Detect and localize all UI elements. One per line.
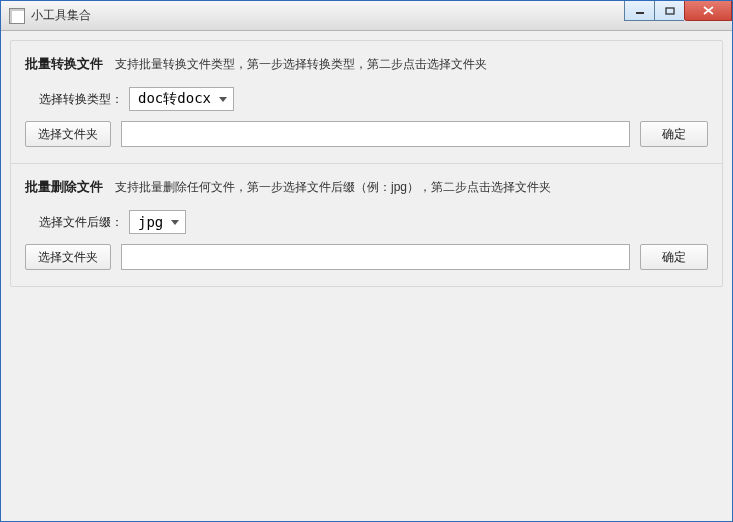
delete-confirm-button[interactable]: 确定 [640, 244, 708, 270]
convert-choose-folder-label: 选择文件夹 [38, 126, 98, 143]
delete-suffix-value: jpg [138, 214, 163, 230]
convert-confirm-button[interactable]: 确定 [640, 121, 708, 147]
section-batch-convert: 批量转换文件 支持批量转换文件类型，第一步选择转换类型，第二步点击选择文件夹 选… [11, 41, 722, 163]
content-panel: 批量转换文件 支持批量转换文件类型，第一步选择转换类型，第二步点击选择文件夹 选… [10, 40, 723, 287]
window-controls [624, 1, 732, 21]
delete-section-title: 批量删除文件 [25, 178, 103, 196]
window-title: 小工具集合 [31, 7, 91, 24]
client-area: 批量转换文件 支持批量转换文件类型，第一步选择转换类型，第二步点击选择文件夹 选… [1, 31, 732, 521]
convert-type-select[interactable]: doc转docx [129, 87, 234, 111]
convert-choose-folder-button[interactable]: 选择文件夹 [25, 121, 111, 147]
convert-section-title: 批量转换文件 [25, 55, 103, 73]
convert-confirm-label: 确定 [662, 126, 686, 143]
convert-type-value: doc转docx [138, 90, 211, 108]
maximize-icon [665, 7, 675, 15]
minimize-icon [635, 7, 645, 15]
delete-folder-path-input[interactable] [121, 244, 630, 270]
chevron-down-icon [219, 97, 227, 102]
convert-type-label: 选择转换类型： [25, 91, 123, 108]
delete-choose-folder-label: 选择文件夹 [38, 249, 98, 266]
convert-folder-path-input[interactable] [121, 121, 630, 147]
minimize-button[interactable] [624, 1, 654, 21]
close-button[interactable] [684, 1, 732, 21]
chevron-down-icon [171, 220, 179, 225]
titlebar: 小工具集合 [1, 1, 732, 31]
delete-choose-folder-button[interactable]: 选择文件夹 [25, 244, 111, 270]
svg-rect-1 [666, 8, 674, 14]
convert-section-desc: 支持批量转换文件类型，第一步选择转换类型，第二步点击选择文件夹 [115, 56, 487, 73]
close-icon [703, 6, 714, 15]
delete-suffix-label: 选择文件后缀： [25, 214, 123, 231]
delete-confirm-label: 确定 [662, 249, 686, 266]
maximize-button[interactable] [654, 1, 684, 21]
section-batch-delete: 批量删除文件 支持批量删除任何文件，第一步选择文件后缀（例：jpg），第二步点击… [11, 164, 722, 286]
app-icon [9, 8, 25, 24]
app-window: 小工具集合 批量转换文件 支持批量转换文件类型，第一步选择转换类型，第二步点击选… [0, 0, 733, 522]
delete-suffix-select[interactable]: jpg [129, 210, 186, 234]
delete-section-desc: 支持批量删除任何文件，第一步选择文件后缀（例：jpg），第二步点击选择文件夹 [115, 179, 551, 196]
svg-rect-0 [636, 12, 644, 14]
